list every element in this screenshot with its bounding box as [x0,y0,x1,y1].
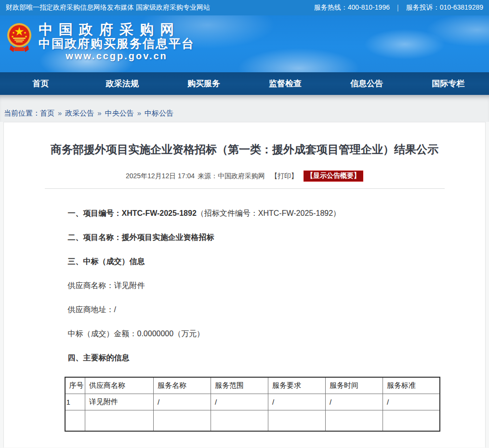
table-header-cell: 服务标准 [383,377,440,394]
article-paragraph-4: 供应商地址：/ [68,304,445,315]
table-header-cell: 服务时间 [326,377,383,394]
table-header-cell: 服务要求 [268,377,326,394]
article-paragraph-5: 中标（成交）金额：0.0000000（万元） [68,329,445,339]
table-header-cell: 服务名称 [154,377,211,394]
article-paragraph-2: 三、中标（成交）信息 [68,256,445,267]
publish-datetime: 2025年12月12日 17:04 [126,172,195,181]
breadcrumb-separator: » [97,109,101,117]
show-summary-button[interactable]: 【显示公告概要】 [304,171,363,182]
nav-item-1[interactable]: 政采法规 [81,72,163,95]
table-cell: / [383,394,440,410]
page-title: 商务部援外项目实施企业资格招标（第一类：援外成套项目管理企业）结果公示 [45,142,445,157]
site-logo[interactable]: 中国政府采购网 中国政府购买服务信息平台 www.ccgp.gov.cn [7,22,195,62]
site-subtitle: 中国政府购买服务信息平台 [39,37,195,50]
breadcrumb-link-2[interactable]: 中央公告 [105,109,134,117]
service-complaint: 服务投诉：010-63819289 [406,3,483,12]
table-row [65,410,440,431]
print-button[interactable]: 【打印】 [271,172,298,181]
table-cell: / [154,394,211,410]
table-cell [85,410,154,431]
site-url: www.ccgp.gov.cn [39,50,195,62]
nav-item-2[interactable]: 购买服务 [163,72,244,95]
table-cell [211,410,268,431]
site-title: 中国政府采购网 [39,22,195,37]
table-cell: 1 [65,394,85,410]
table-cell: 详见附件 [85,394,154,410]
table-header-cell: 服务范围 [211,377,268,394]
breadcrumb: 当前位置：首页»政采公告»中央公告»中标公告 [4,109,173,118]
nav-item-0[interactable]: 首页 [0,72,81,95]
breadcrumb-link-1[interactable]: 政采公告 [65,109,94,117]
table-header-cell: 供应商名称 [85,377,154,394]
table-header-cell: 序号 [65,377,85,394]
breadcrumb-separator: » [58,109,62,117]
table-row: 1详见附件///// [65,394,440,410]
table-cell: / [211,394,268,410]
article-meta: 2025年12月12日 17:04 来源：中国政府采购网 【打印】 【显示公告概… [45,171,445,189]
site-slogan: 财政部唯一指定政府采购信息网络发布媒体 国家级政府采购专业网站 [6,3,210,12]
bid-result-table: 序号供应商名称服务名称服务范围服务要求服务时间服务标准1详见附件///// [65,377,440,432]
site-banner: 中国政府采购网 中国政府购买服务信息平台 www.ccgp.gov.cn [0,15,489,72]
top-utility-bar: 财政部唯一指定政府采购信息网络发布媒体 国家级政府采购专业网站 服务热线：400… [0,0,489,15]
table-cell [154,410,211,431]
breadcrumb-prefix: 当前位置： [4,109,40,117]
topbar-separator: ｜ [395,3,401,12]
article-source: 来源：中国政府采购网 [198,172,265,181]
article-paragraph-0: 一、项目编号：XHTC-FW-2025-1892（招标文件编号：XHTC-FW-… [68,208,445,219]
nav-item-3[interactable]: 监督检查 [245,72,326,95]
breadcrumb-strip: 当前位置：首页»政采公告»中央公告»中标公告 [0,95,489,122]
article-paragraph-3: 供应商名称：详见附件 [68,280,445,291]
content-panel: 商务部援外项目实施企业资格招标（第一类：援外成套项目管理企业）结果公示 2025… [3,122,486,448]
table-cell [326,410,383,431]
nav-item-5[interactable]: 国际专栏 [408,72,489,95]
table-cell [268,410,326,431]
breadcrumb-separator: » [137,109,141,117]
service-hotline: 服务热线：400-810-1996 [314,3,390,12]
table-cell [383,410,440,431]
nav-item-4[interactable]: 信息公告 [326,72,408,95]
article-paragraph-1: 二、项目名称：援外项目实施企业资格招标 [68,232,445,243]
table-cell: / [326,394,383,410]
breadcrumb-link-0[interactable]: 首页 [40,109,54,117]
article-paragraph-6: 四、主要标的信息 [68,353,445,363]
table-header-row: 序号供应商名称服务名称服务范围服务要求服务时间服务标准 [65,377,440,394]
breadcrumb-link-3[interactable]: 中标公告 [145,109,173,117]
national-emblem-icon [7,22,32,52]
table-cell [65,410,85,431]
article-body: 一、项目编号：XHTC-FW-2025-1892（招标文件编号：XHTC-FW-… [45,189,445,363]
table-cell: / [268,394,326,410]
main-nav: 首页政采法规购买服务监督检查信息公告国际专栏 [0,72,489,95]
